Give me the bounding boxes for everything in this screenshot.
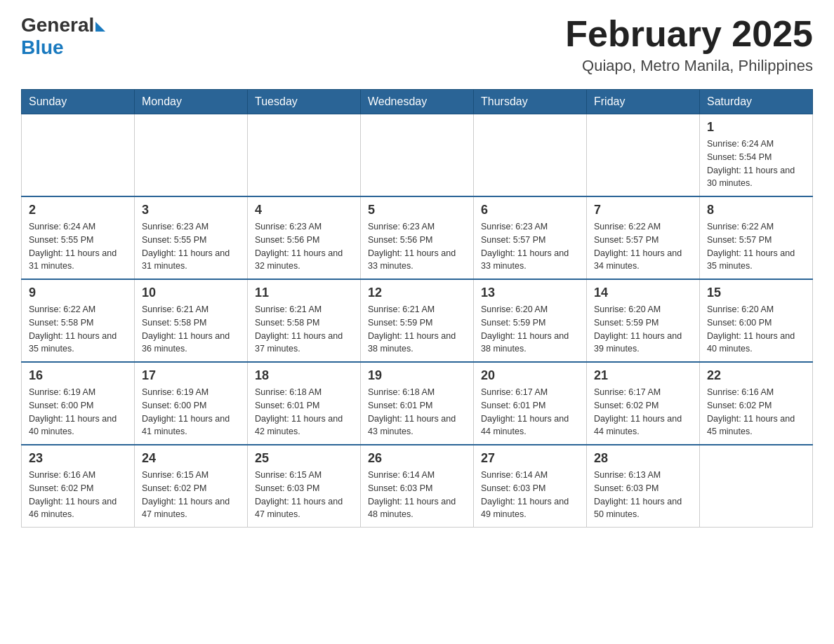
calendar-cell: 13Sunrise: 6:20 AMSunset: 5:59 PMDayligh… [474,279,587,362]
day-info: Sunrise: 6:20 AMSunset: 6:00 PMDaylight:… [707,303,805,356]
day-info: Sunrise: 6:23 AMSunset: 5:55 PMDaylight:… [142,220,240,273]
week-row-4: 23Sunrise: 6:16 AMSunset: 6:02 PMDayligh… [22,445,813,528]
calendar-cell: 21Sunrise: 6:17 AMSunset: 6:02 PMDayligh… [587,362,700,445]
day-number: 16 [29,368,127,383]
day-number: 2 [29,203,127,217]
day-number: 23 [29,451,127,466]
day-number: 18 [255,368,353,383]
day-info: Sunrise: 6:21 AMSunset: 5:58 PMDaylight:… [142,303,240,356]
calendar-cell: 24Sunrise: 6:15 AMSunset: 6:02 PMDayligh… [135,445,248,528]
day-number: 15 [707,286,805,300]
calendar-cell: 12Sunrise: 6:21 AMSunset: 5:59 PMDayligh… [361,279,474,362]
week-row-2: 9Sunrise: 6:22 AMSunset: 5:58 PMDaylight… [22,279,813,362]
calendar-cell: 20Sunrise: 6:17 AMSunset: 6:01 PMDayligh… [474,362,587,445]
calendar-cell: 26Sunrise: 6:14 AMSunset: 6:03 PMDayligh… [361,445,474,528]
day-info: Sunrise: 6:17 AMSunset: 6:02 PMDaylight:… [594,386,692,438]
week-row-0: 1Sunrise: 6:24 AMSunset: 5:54 PMDaylight… [22,114,813,197]
calendar-cell: 28Sunrise: 6:13 AMSunset: 6:03 PMDayligh… [587,445,700,528]
day-info: Sunrise: 6:22 AMSunset: 5:57 PMDaylight:… [594,220,692,273]
day-number: 24 [142,451,240,466]
calendar-cell: 5Sunrise: 6:23 AMSunset: 5:56 PMDaylight… [361,196,474,279]
calendar-cell [700,445,813,528]
day-info: Sunrise: 6:23 AMSunset: 5:57 PMDaylight:… [481,220,579,273]
day-number: 12 [368,286,466,300]
day-number: 9 [29,286,127,300]
day-info: Sunrise: 6:20 AMSunset: 5:59 PMDaylight:… [481,303,579,356]
calendar-cell [22,114,135,197]
calendar-cell: 10Sunrise: 6:21 AMSunset: 5:58 PMDayligh… [135,279,248,362]
calendar-cell [248,114,361,197]
day-info: Sunrise: 6:24 AMSunset: 5:54 PMDaylight:… [707,137,805,190]
day-info: Sunrise: 6:21 AMSunset: 5:59 PMDaylight:… [368,303,466,356]
calendar-cell: 7Sunrise: 6:22 AMSunset: 5:57 PMDaylight… [587,196,700,279]
calendar-cell: 3Sunrise: 6:23 AMSunset: 5:55 PMDaylight… [135,196,248,279]
day-info: Sunrise: 6:13 AMSunset: 6:03 PMDaylight:… [594,469,692,521]
calendar-cell [135,114,248,197]
day-number: 7 [594,203,692,217]
day-info: Sunrise: 6:24 AMSunset: 5:55 PMDaylight:… [29,220,127,273]
logo-general: General [21,14,94,36]
day-info: Sunrise: 6:23 AMSunset: 5:56 PMDaylight:… [255,220,353,273]
day-info: Sunrise: 6:14 AMSunset: 6:03 PMDaylight:… [368,469,466,521]
col-tuesday: Tuesday [248,90,361,114]
calendar-cell [587,114,700,197]
day-info: Sunrise: 6:23 AMSunset: 5:56 PMDaylight:… [368,220,466,273]
calendar-cell: 22Sunrise: 6:16 AMSunset: 6:02 PMDayligh… [700,362,813,445]
day-info: Sunrise: 6:21 AMSunset: 5:58 PMDaylight:… [255,303,353,356]
day-number: 17 [142,368,240,383]
calendar-cell: 8Sunrise: 6:22 AMSunset: 5:57 PMDaylight… [700,196,813,279]
calendar-cell: 27Sunrise: 6:14 AMSunset: 6:03 PMDayligh… [474,445,587,528]
day-info: Sunrise: 6:22 AMSunset: 5:57 PMDaylight:… [707,220,805,273]
day-number: 4 [255,203,353,217]
day-number: 21 [594,368,692,383]
page-header: General Blue February 2025 Quiapo, Metro… [21,14,813,75]
calendar-cell: 1Sunrise: 6:24 AMSunset: 5:54 PMDaylight… [700,114,813,197]
day-number: 25 [255,451,353,466]
calendar-header-row: Sunday Monday Tuesday Wednesday Thursday… [22,90,813,114]
day-info: Sunrise: 6:18 AMSunset: 6:01 PMDaylight:… [255,386,353,438]
day-number: 14 [594,286,692,300]
day-info: Sunrise: 6:15 AMSunset: 6:02 PMDaylight:… [142,469,240,521]
calendar-cell: 2Sunrise: 6:24 AMSunset: 5:55 PMDaylight… [22,196,135,279]
day-number: 13 [481,286,579,300]
day-number: 22 [707,368,805,383]
day-info: Sunrise: 6:16 AMSunset: 6:02 PMDaylight:… [29,469,127,521]
col-monday: Monday [135,90,248,114]
calendar-cell: 6Sunrise: 6:23 AMSunset: 5:57 PMDaylight… [474,196,587,279]
week-row-1: 2Sunrise: 6:24 AMSunset: 5:55 PMDaylight… [22,196,813,279]
day-info: Sunrise: 6:19 AMSunset: 6:00 PMDaylight:… [29,386,127,438]
calendar-cell: 16Sunrise: 6:19 AMSunset: 6:00 PMDayligh… [22,362,135,445]
day-info: Sunrise: 6:17 AMSunset: 6:01 PMDaylight:… [481,386,579,438]
day-info: Sunrise: 6:15 AMSunset: 6:03 PMDaylight:… [255,469,353,521]
day-info: Sunrise: 6:20 AMSunset: 5:59 PMDaylight:… [594,303,692,356]
calendar-table: Sunday Monday Tuesday Wednesday Thursday… [21,89,813,528]
calendar-cell: 14Sunrise: 6:20 AMSunset: 5:59 PMDayligh… [587,279,700,362]
title-block: February 2025 Quiapo, Metro Manila, Phil… [565,14,813,75]
col-sunday: Sunday [22,90,135,114]
day-number: 3 [142,203,240,217]
week-row-3: 16Sunrise: 6:19 AMSunset: 6:00 PMDayligh… [22,362,813,445]
calendar-cell: 18Sunrise: 6:18 AMSunset: 6:01 PMDayligh… [248,362,361,445]
day-number: 11 [255,286,353,300]
day-number: 6 [481,203,579,217]
logo-blue: Blue [21,36,105,59]
calendar-cell: 11Sunrise: 6:21 AMSunset: 5:58 PMDayligh… [248,279,361,362]
calendar-cell: 9Sunrise: 6:22 AMSunset: 5:58 PMDaylight… [22,279,135,362]
logo: General Blue [21,14,105,59]
col-wednesday: Wednesday [361,90,474,114]
calendar-cell: 25Sunrise: 6:15 AMSunset: 6:03 PMDayligh… [248,445,361,528]
day-number: 8 [707,203,805,217]
calendar-cell: 17Sunrise: 6:19 AMSunset: 6:00 PMDayligh… [135,362,248,445]
col-friday: Friday [587,90,700,114]
day-info: Sunrise: 6:22 AMSunset: 5:58 PMDaylight:… [29,303,127,356]
day-number: 26 [368,451,466,466]
day-number: 5 [368,203,466,217]
logo-triangle-icon [95,22,105,32]
day-number: 10 [142,286,240,300]
calendar-cell: 19Sunrise: 6:18 AMSunset: 6:01 PMDayligh… [361,362,474,445]
day-number: 27 [481,451,579,466]
calendar-subtitle: Quiapo, Metro Manila, Philippines [565,57,813,75]
col-saturday: Saturday [700,90,813,114]
calendar-cell: 23Sunrise: 6:16 AMSunset: 6:02 PMDayligh… [22,445,135,528]
day-info: Sunrise: 6:14 AMSunset: 6:03 PMDaylight:… [481,469,579,521]
